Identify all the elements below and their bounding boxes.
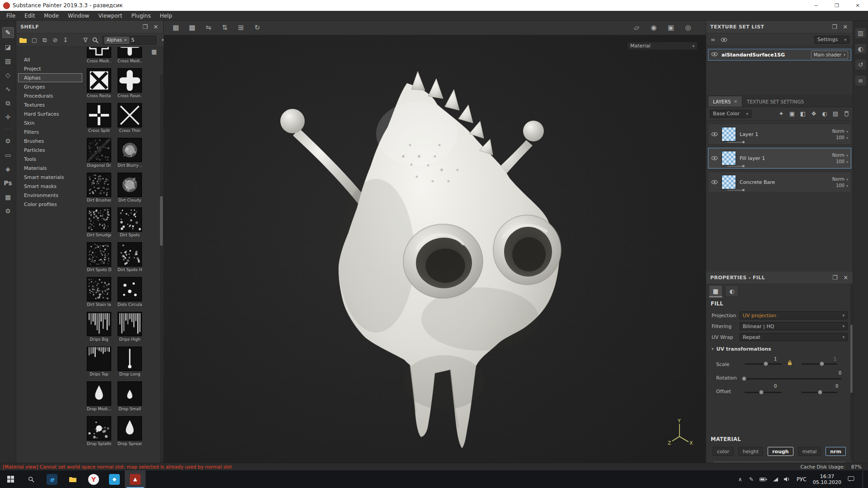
projection-dropdown[interactable]: UV projection▾ bbox=[740, 311, 848, 319]
uv-transformations-group[interactable]: ▾ UV transformations bbox=[706, 345, 853, 353]
import-icon[interactable]: ↧ bbox=[62, 37, 69, 43]
opacity-dropdown[interactable]: 100▾ bbox=[836, 183, 848, 188]
channel-button-height[interactable]: height bbox=[738, 447, 763, 456]
rotate-snap-icon[interactable]: ↻ bbox=[251, 23, 263, 33]
shelf-thumbnail[interactable]: Cross Thin bbox=[118, 103, 142, 133]
minimize-button[interactable]: ─ bbox=[806, 0, 826, 11]
shelf-thumbnail[interactable]: Drop Medi... bbox=[87, 381, 111, 411]
projection-tool[interactable]: ▧ bbox=[3, 56, 14, 66]
shelf-thumbnail[interactable]: Dots Circular bbox=[118, 277, 142, 307]
shelf-category-all[interactable]: All bbox=[18, 55, 82, 64]
eye-icon[interactable] bbox=[711, 180, 718, 184]
tab-texture-set-settings[interactable]: TEXTURE SET SETTINGS bbox=[742, 96, 808, 107]
scale-slider-u[interactable] bbox=[745, 363, 782, 365]
channel-button-color[interactable]: color bbox=[712, 447, 734, 456]
close-button[interactable]: ✕ bbox=[847, 0, 868, 11]
eye-icon[interactable] bbox=[721, 37, 727, 42]
taskbar-clock[interactable]: 16:37 05.10.2020 bbox=[813, 474, 841, 485]
tiling-icon[interactable]: ▩ bbox=[186, 23, 198, 33]
shelf-thumbnail[interactable]: Dirt Blurry ... bbox=[118, 138, 142, 168]
shader-settings-icon[interactable]: ◐ bbox=[855, 44, 866, 54]
shelf-thumbnail[interactable]: Drips Top bbox=[87, 347, 111, 376]
opacity-dropdown[interactable]: 100▾ bbox=[836, 159, 848, 164]
shelf-thumbnail[interactable]: Cross Medi... bbox=[118, 47, 142, 63]
shelf-thumbnail[interactable]: Drop Small bbox=[118, 381, 142, 411]
scale-lock-icon[interactable] bbox=[787, 360, 793, 366]
photoshop-icon[interactable]: Ps bbox=[3, 178, 14, 188]
history-icon[interactable]: ↺ bbox=[855, 60, 866, 70]
layer-row-layer-1[interactable]: Layer 1Norm▾100▾ bbox=[708, 124, 851, 145]
shelf-category-particles[interactable]: Particles bbox=[18, 145, 82, 155]
add-effect-icon[interactable]: ✦ bbox=[778, 111, 784, 117]
blend-mode-dropdown[interactable]: Norm▾ bbox=[832, 153, 848, 158]
menu-mode[interactable]: Mode bbox=[39, 11, 63, 21]
menu-window[interactable]: Window bbox=[63, 11, 94, 21]
filtering-dropdown[interactable]: Bilinear | HQ▾ bbox=[740, 322, 848, 330]
gear-icon[interactable]: ⚙ bbox=[3, 136, 14, 146]
texture-set-row[interactable]: aiStandardSurface1SG Main shader▾ bbox=[708, 49, 851, 61]
menu-plugins[interactable]: Plugins bbox=[127, 11, 155, 21]
start-button[interactable] bbox=[0, 470, 21, 488]
menu-file[interactable]: File bbox=[2, 11, 20, 21]
channel-button-nrm[interactable]: nrm bbox=[826, 447, 846, 456]
yandex-browser-app[interactable]: Y bbox=[83, 470, 104, 488]
blend-mode-dropdown[interactable]: Norm▾ bbox=[832, 177, 848, 182]
shelf-category-grunges[interactable]: Grunges bbox=[18, 82, 82, 91]
symmetry-icon[interactable]: ⇅ bbox=[219, 23, 231, 33]
screenshot-icon[interactable]: ◎ bbox=[682, 23, 694, 33]
layer-opacity-mini-slider[interactable] bbox=[727, 166, 744, 167]
add-view-icon[interactable]: ⊞ bbox=[235, 23, 247, 33]
viewport-3d[interactable]: ▦▩⇋⇅⊞↻ ▱◉▣◎ Material▾ Y X Z bbox=[164, 21, 706, 463]
substance-painter-app[interactable]: ▲ bbox=[125, 470, 146, 488]
model-canvas[interactable] bbox=[164, 21, 706, 463]
shelf-thumbnail[interactable]: Drop Long bbox=[118, 347, 142, 376]
uv-wrap-dropdown[interactable]: Repeat▾ bbox=[740, 333, 848, 341]
shelf-thumbnail[interactable]: Diagonal Dr... bbox=[87, 138, 111, 168]
shelf-category-procedurals[interactable]: Procedurals bbox=[18, 91, 82, 100]
close-icon[interactable]: ✕ bbox=[153, 24, 159, 30]
filter-icon[interactable]: ∇ bbox=[82, 37, 89, 43]
shelf-thumbnail[interactable]: Dirt Smudge bbox=[87, 207, 111, 237]
offset-slider-u[interactable] bbox=[745, 392, 782, 393]
shelf-thumbnail[interactable]: Dirt Brushed bbox=[87, 173, 111, 202]
polygon-fill-tool[interactable]: ◇ bbox=[3, 70, 14, 80]
perspective-grid-icon[interactable]: ▦ bbox=[170, 23, 182, 33]
search-button[interactable] bbox=[21, 470, 42, 488]
tab-layers[interactable]: LAYERS ✕ bbox=[708, 96, 742, 107]
layer-row-concrete-bare[interactable]: Concrete BareNorm▾100▾ bbox=[708, 172, 851, 192]
close-tab-icon[interactable]: ✕ bbox=[734, 99, 737, 104]
add-mask-icon[interactable]: ◐ bbox=[821, 111, 828, 117]
shelf-thumbnail[interactable]: Drips Big bbox=[87, 312, 111, 342]
shelf-category-filters[interactable]: Filters bbox=[18, 127, 82, 136]
link-icon[interactable]: ∞ bbox=[710, 37, 716, 42]
file-explorer-app[interactable] bbox=[62, 470, 83, 488]
opacity-dropdown[interactable]: 100▾ bbox=[836, 135, 848, 140]
filter-tag-alphas[interactable]: Alphas ✕ bbox=[104, 37, 129, 44]
eraser-tool[interactable]: ◪ bbox=[3, 42, 14, 52]
chevron-up-icon[interactable]: ∧ bbox=[737, 477, 743, 482]
pen-icon[interactable]: ✎ bbox=[748, 477, 755, 482]
layer-row-fill-layer-1[interactable]: Fill layer 1Norm▾100▾ bbox=[708, 148, 851, 169]
duplicate-icon[interactable]: ⧉ bbox=[42, 37, 48, 43]
channel-button-rough[interactable]: rough bbox=[768, 447, 793, 456]
shelf-thumbnail[interactable]: Dirt Spots bbox=[118, 207, 142, 237]
blend-mode-dropdown[interactable]: Norm▾ bbox=[832, 129, 848, 134]
layer-opacity-mini-slider[interactable] bbox=[727, 190, 744, 191]
dock-icon[interactable]: ❐ bbox=[142, 24, 148, 30]
show-desktop-button[interactable] bbox=[863, 470, 865, 488]
paint-tool[interactable]: ✎ bbox=[2, 27, 14, 38]
folder-icon[interactable] bbox=[19, 37, 27, 43]
shelf-category-textures[interactable]: Textures bbox=[18, 100, 82, 109]
channel-button-metal[interactable]: metal bbox=[798, 447, 821, 456]
browser-app[interactable]: e bbox=[42, 470, 62, 488]
shelf-thumbnail[interactable]: Cross Roun... bbox=[118, 68, 142, 98]
shelf-category-alphas[interactable]: Alphas bbox=[18, 73, 82, 82]
shelf-category-brushes[interactable]: Brushes bbox=[18, 136, 82, 145]
shelf-thumbnail[interactable]: Drips High bbox=[118, 312, 142, 342]
properties-tab-sphere-icon[interactable]: ◐ bbox=[725, 285, 739, 297]
shelf-thumbnail[interactable]: Cross Recta... bbox=[87, 68, 111, 98]
clone-tool[interactable]: ⧉ bbox=[3, 98, 14, 108]
language-indicator[interactable]: РУС bbox=[797, 476, 807, 483]
shelf-thumbnail[interactable]: Cross Split bbox=[87, 103, 111, 133]
battery-icon[interactable] bbox=[760, 477, 767, 482]
